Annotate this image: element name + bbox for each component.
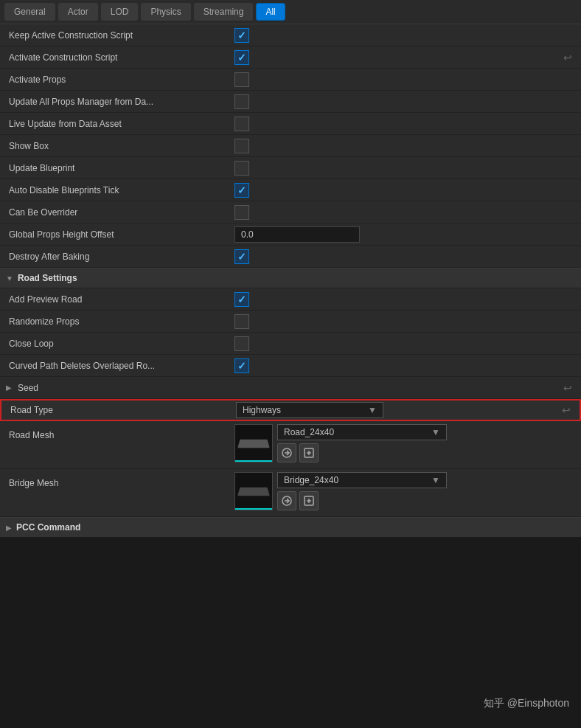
- activate-construction-checkmark: ✓: [237, 52, 246, 63]
- destroy-after-checkbox[interactable]: ✓: [234, 249, 249, 264]
- tab-all[interactable]: All: [256, 3, 285, 21]
- randomize-props-checkbox[interactable]: [234, 314, 249, 329]
- road-mesh-right: Road_24x40 ▼: [277, 424, 447, 462]
- activate-props-checkbox[interactable]: [234, 72, 249, 87]
- tab-general[interactable]: General: [4, 3, 55, 21]
- road-settings-header[interactable]: ▼ Road Settings: [0, 268, 581, 288]
- prop-road-mesh: Road Mesh Road_24x40 ▼: [0, 421, 581, 469]
- show-box-checkbox[interactable]: [234, 139, 249, 153]
- prop-activate-props-label: Activate Props: [6, 74, 234, 85]
- road-mesh-chevron-down-icon: ▼: [431, 427, 440, 437]
- road-type-dropdown-value: Highways: [243, 405, 363, 415]
- prop-activate-construction-value: ✓: [234, 50, 560, 65]
- pcc-command-label: PCC Command: [16, 522, 80, 533]
- pcc-command-header[interactable]: ▶ PCC Command: [0, 517, 581, 537]
- prop-activate-construction: Activate Construction Script ✓ ↩: [0, 46, 581, 69]
- auto-disable-checkbox[interactable]: ✓: [234, 183, 249, 198]
- road-mesh-browse-button[interactable]: [299, 443, 319, 462]
- seed-arrow[interactable]: ▶: [6, 384, 12, 392]
- prop-can-be-overrider-value: [234, 205, 575, 220]
- prop-add-preview-label: Add Preview Road: [6, 294, 234, 305]
- pcc-command-arrow: ▶: [6, 524, 12, 532]
- auto-disable-checkmark: ✓: [237, 185, 246, 195]
- road-mesh-shape: [237, 440, 270, 448]
- prop-live-update-value: [234, 117, 575, 131]
- bridge-mesh-actions: [277, 491, 447, 510]
- prop-road-type: Road Type Highways ▼ ↩: [0, 399, 581, 421]
- activate-construction-reset[interactable]: ↩: [560, 52, 575, 63]
- prop-show-box-label: Show Box: [6, 141, 234, 151]
- prop-activate-props: Activate Props: [0, 69, 581, 91]
- prop-randomize-props-label: Randomize Props: [6, 316, 234, 327]
- update-blueprint-checkbox[interactable]: [234, 161, 249, 176]
- road-settings-label: Road Settings: [18, 273, 77, 283]
- prop-show-box: Show Box: [0, 135, 581, 157]
- bridge-mesh-use-button[interactable]: [277, 491, 296, 510]
- use-asset-icon: [281, 495, 293, 507]
- prop-curved-path-label: Curved Path Deletes Overlaped Ro...: [6, 361, 234, 371]
- prop-bridge-mesh-content: Bridge_24x40 ▼: [234, 472, 575, 510]
- prop-live-update-label: Live Update from Data Asset: [6, 119, 234, 129]
- tab-lod[interactable]: LOD: [101, 3, 139, 21]
- curved-path-checkmark: ✓: [237, 361, 246, 371]
- prop-road-type-label: Road Type: [7, 405, 236, 415]
- prop-road-type-value: Highways ▼: [236, 402, 559, 418]
- prop-auto-disable-label: Auto Disable Blueprints Tick: [6, 185, 234, 195]
- bridge-mesh-browse-button[interactable]: [299, 491, 319, 510]
- update-all-props-checkbox[interactable]: [234, 94, 249, 109]
- prop-close-loop: Close Loop: [0, 333, 581, 355]
- road-type-chevron-down-icon: ▼: [368, 405, 377, 415]
- road-settings-arrow: ▼: [6, 274, 13, 282]
- prop-bridge-mesh: Bridge Mesh Bridge_24x40 ▼: [0, 469, 581, 517]
- road-type-dropdown[interactable]: Highways ▼: [236, 402, 383, 418]
- prop-update-all-props: Update All Props Manager from Da...: [0, 91, 581, 113]
- prop-seed-label: Seed: [15, 383, 560, 393]
- prop-can-be-overrider-label: Can Be Overrider: [6, 207, 234, 218]
- seed-reset[interactable]: ↩: [560, 382, 575, 394]
- bridge-mesh-dropdown[interactable]: Bridge_24x40 ▼: [277, 472, 447, 488]
- road-mesh-dropdown-value: Road_24x40: [284, 427, 431, 437]
- tab-physics[interactable]: Physics: [141, 3, 190, 21]
- prop-curved-path-value: ✓: [234, 358, 575, 373]
- road-mesh-use-button[interactable]: [277, 443, 296, 462]
- keep-active-checkmark: ✓: [237, 30, 246, 41]
- road-mesh-thumbnail: [234, 424, 273, 462]
- keep-active-checkbox[interactable]: ✓: [234, 28, 249, 43]
- tab-actor[interactable]: Actor: [58, 3, 98, 21]
- bridge-mesh-thumbnail: [234, 472, 273, 510]
- bridge-mesh-chevron-down-icon: ▼: [431, 475, 440, 485]
- prop-close-loop-label: Close Loop: [6, 339, 234, 349]
- road-mesh-dropdown[interactable]: Road_24x40 ▼: [277, 424, 447, 440]
- add-preview-checkmark: ✓: [237, 294, 246, 305]
- prop-destroy-after-label: Destroy After Baking: [6, 252, 234, 262]
- tab-bar: General Actor LOD Physics Streaming All: [0, 0, 581, 24]
- road-mesh-actions: [277, 443, 447, 462]
- watermark: 知乎 @Einsphoton: [484, 697, 569, 710]
- prop-add-preview: Add Preview Road ✓: [0, 288, 581, 311]
- can-be-overrider-checkbox[interactable]: [234, 205, 249, 220]
- bridge-mesh-right: Bridge_24x40 ▼: [277, 472, 447, 510]
- browse-icon: [303, 447, 315, 459]
- curved-path-checkbox[interactable]: ✓: [234, 358, 249, 373]
- use-asset-icon: [281, 447, 293, 459]
- prop-keep-active-value: ✓: [234, 28, 575, 43]
- prop-destroy-after: Destroy After Baking ✓: [0, 246, 581, 268]
- prop-add-preview-value: ✓: [234, 292, 575, 307]
- global-props-height-input[interactable]: [234, 226, 360, 243]
- prop-global-props-height-value: [234, 226, 575, 243]
- prop-update-blueprint-value: [234, 161, 575, 176]
- bridge-mesh-dropdown-value: Bridge_24x40: [284, 475, 431, 485]
- browse-icon: [303, 495, 315, 507]
- prop-seed: ▶ Seed ↩: [0, 377, 581, 399]
- prop-global-props-height: Global Props Height Offset: [0, 223, 581, 246]
- close-loop-checkbox[interactable]: [234, 336, 249, 351]
- tab-streaming[interactable]: Streaming: [194, 3, 254, 21]
- live-update-checkbox[interactable]: [234, 117, 249, 131]
- prop-road-mesh-content: Road_24x40 ▼: [234, 424, 575, 462]
- prop-bridge-mesh-label: Bridge Mesh: [6, 472, 234, 488]
- add-preview-checkbox[interactable]: ✓: [234, 292, 249, 307]
- road-type-reset[interactable]: ↩: [559, 404, 574, 416]
- prop-activate-construction-label: Activate Construction Script: [6, 52, 234, 63]
- activate-construction-checkbox[interactable]: ✓: [234, 50, 249, 65]
- bridge-mesh-shape: [237, 488, 270, 496]
